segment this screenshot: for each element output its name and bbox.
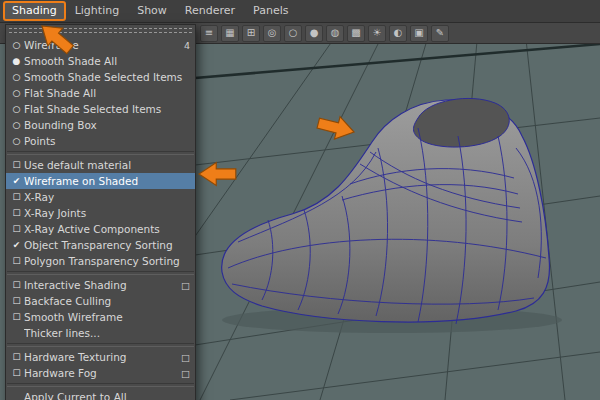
hotkey-label: 4 xyxy=(184,40,190,51)
menu-item-bounding-box[interactable]: ○ Bounding Box xyxy=(6,117,195,133)
checkbox-icon: ☐ xyxy=(9,224,24,234)
menu-item-thicker-lines[interactable]: Thicker lines... xyxy=(6,325,195,341)
menu-item-label: X-Ray Active Components xyxy=(24,223,190,235)
shaded-sphere-icon[interactable]: ● xyxy=(305,25,323,42)
menu-item-label: Interactive Shading xyxy=(24,279,177,291)
menu-item-interactive-shading[interactable]: ☐ Interactive Shading □ xyxy=(6,277,195,293)
snap-grid-icon[interactable]: ▦ xyxy=(221,25,239,42)
menu-item-use-default-material[interactable]: ☐ Use default material xyxy=(6,157,195,173)
menu-panels[interactable]: Panels xyxy=(244,1,297,21)
checker-map-icon[interactable]: ▩ xyxy=(347,25,365,42)
menu-item-points[interactable]: ○ Points xyxy=(6,133,195,149)
menu-item-label: Backface Culling xyxy=(24,295,190,307)
menu-item-flat-shade-selected-items[interactable]: ○ Flat Shade Selected Items xyxy=(6,101,195,117)
checkbox-icon: ☐ xyxy=(9,208,24,218)
textured-sphere-icon[interactable]: ◍ xyxy=(326,25,344,42)
menu-item-backface-culling[interactable]: ☐ Backface Culling xyxy=(6,293,195,309)
menu-item-label: Bounding Box xyxy=(24,119,190,131)
menu-item-wireframe-on-shaded[interactable]: ✔ Wireframe on Shaded xyxy=(6,173,195,189)
checkbox-icon: ☐ xyxy=(9,256,24,266)
camera-icon[interactable]: ◎ xyxy=(263,25,281,42)
radio-icon: ○ xyxy=(9,104,24,114)
menu-item-label: Polygon Transparency Sorting xyxy=(24,255,190,267)
menu-item-label: Smooth Shade All xyxy=(24,55,190,67)
option-box-icon[interactable]: □ xyxy=(181,352,190,363)
isolate-select-icon[interactable]: ▣ xyxy=(410,25,428,42)
menu-item-label: Smooth Wireframe xyxy=(24,311,190,323)
menu-item-wireframe[interactable]: ○ Wireframe 4 xyxy=(6,37,195,53)
menu-tearoff-handle[interactable] xyxy=(9,28,192,33)
check-icon: ✔ xyxy=(9,176,24,186)
menu-item-label: Object Transparency Sorting xyxy=(24,239,190,251)
menu-item-label: Apply Current to All xyxy=(24,391,190,400)
menu-renderer[interactable]: Renderer xyxy=(176,1,244,21)
menu-item-label: Flat Shade All xyxy=(24,87,190,99)
snap-points-icon[interactable]: ⊞ xyxy=(242,25,260,42)
menu-item-hardware-texturing[interactable]: ☐ Hardware Texturing □ xyxy=(6,349,195,365)
radio-icon: ○ xyxy=(9,72,24,82)
menu-item-label: Thicker lines... xyxy=(24,327,190,339)
menu-separator xyxy=(7,343,194,347)
menu-item-label: Hardware Texturing xyxy=(24,351,177,363)
shading-dropdown-menu: ○ Wireframe 4 ● Smooth Shade All ○ Smoot… xyxy=(5,24,196,400)
menu-show[interactable]: Show xyxy=(128,1,176,21)
grease-pencil-icon[interactable]: ✎ xyxy=(431,25,449,42)
option-box-icon[interactable]: □ xyxy=(181,368,190,379)
menu-item-flat-shade-all[interactable]: ○ Flat Shade All xyxy=(6,85,195,101)
menu-item-object-transparency-sorting[interactable]: ✔ Object Transparency Sorting xyxy=(6,237,195,253)
menu-item-label: Use default material xyxy=(24,159,190,171)
menu-item-smooth-wireframe[interactable]: ☐ Smooth Wireframe xyxy=(6,309,195,325)
menu-item-x-ray-active-components[interactable]: ☐ X-Ray Active Components xyxy=(6,221,195,237)
checkbox-icon: ☐ xyxy=(9,296,24,306)
menu-separator xyxy=(7,383,194,387)
menu-item-label: X-Ray xyxy=(24,191,190,203)
select-tool-icon[interactable]: ≡ xyxy=(200,25,218,42)
radio-icon: ○ xyxy=(9,120,24,130)
menu-item-smooth-shade-selected-items[interactable]: ○ Smooth Shade Selected Items xyxy=(6,69,195,85)
menu-separator xyxy=(7,151,194,155)
menu-item-apply-current-to-all[interactable]: Apply Current to All xyxy=(6,389,195,400)
menu-shading[interactable]: Shading xyxy=(3,1,66,21)
menu-lighting[interactable]: Lighting xyxy=(66,1,128,21)
menu-item-label: Flat Shade Selected Items xyxy=(24,103,190,115)
menu-item-label: Wireframe xyxy=(24,39,180,51)
menu-item-label: Wireframe on Shaded xyxy=(24,175,190,187)
radio-selected-icon: ● xyxy=(9,56,24,66)
checkbox-icon: ☐ xyxy=(9,352,24,362)
lights-icon[interactable]: ☀ xyxy=(368,25,386,42)
menu-item-label: Smooth Shade Selected Items xyxy=(24,71,190,83)
menu-item-label: Hardware Fog xyxy=(24,367,177,379)
menu-item-smooth-shade-all[interactable]: ● Smooth Shade All xyxy=(6,53,195,69)
checkbox-icon: ☐ xyxy=(9,160,24,170)
xray-view-icon[interactable]: ◐ xyxy=(389,25,407,42)
checkbox-icon: ☐ xyxy=(9,280,24,290)
radio-icon: ○ xyxy=(9,88,24,98)
menu-item-label: X-Ray Joints xyxy=(24,207,190,219)
checkbox-icon: ☐ xyxy=(9,368,24,378)
menu-item-polygon-transparency-sorting[interactable]: ☐ Polygon Transparency Sorting xyxy=(6,253,195,269)
menu-item-x-ray-joints[interactable]: ☐ X-Ray Joints xyxy=(6,205,195,221)
menu-separator xyxy=(7,271,194,275)
panel-menubar: Shading Lighting Show Renderer Panels xyxy=(0,0,600,23)
menu-item-label: Points xyxy=(24,135,190,147)
check-icon: ✔ xyxy=(9,240,24,250)
menu-item-x-ray[interactable]: ☐ X-Ray xyxy=(6,189,195,205)
radio-icon: ○ xyxy=(9,136,24,146)
maya-viewport-panel: Shading Lighting Show Renderer Panels ≡ … xyxy=(0,0,600,400)
option-box-icon[interactable]: □ xyxy=(181,280,190,291)
wireframe-sphere-icon[interactable]: ○ xyxy=(284,25,302,42)
checkbox-icon: ☐ xyxy=(9,192,24,202)
menu-item-hardware-fog[interactable]: ☐ Hardware Fog □ xyxy=(6,365,195,381)
checkbox-icon: ☐ xyxy=(9,312,24,322)
radio-icon: ○ xyxy=(9,40,24,50)
